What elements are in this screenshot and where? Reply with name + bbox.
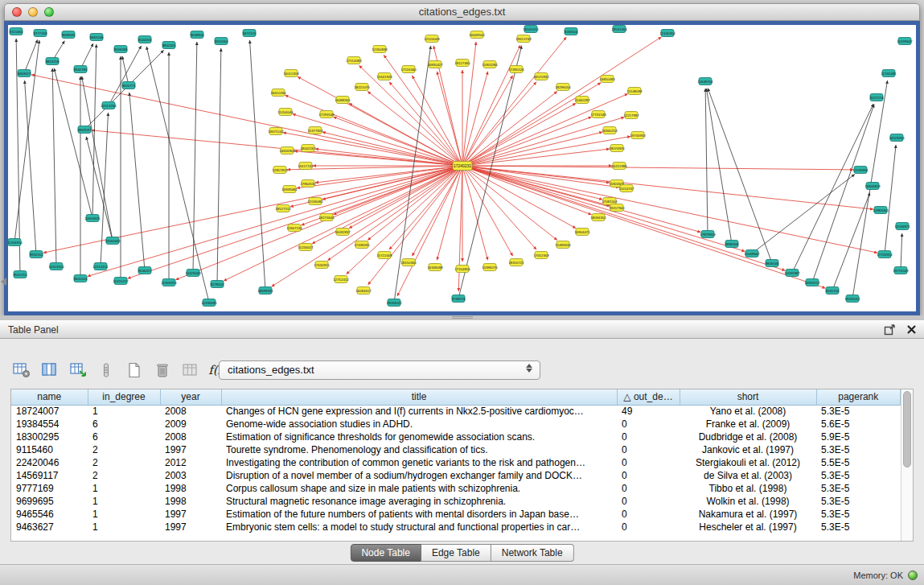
graph-node[interactable]: 10196695 bbox=[201, 299, 217, 307]
close-panel-icon[interactable] bbox=[906, 323, 918, 336]
graph-node[interactable]: 12745081 bbox=[881, 70, 897, 77]
column-header-name[interactable]: name bbox=[11, 389, 88, 405]
close-button[interactable] bbox=[12, 7, 22, 17]
graph-node[interactable]: 10983064 bbox=[873, 207, 889, 214]
graph-node[interactable]: 19157944 bbox=[609, 204, 625, 212]
delete-table-icon[interactable] bbox=[154, 362, 171, 378]
graph-node[interactable]: 20603625 bbox=[84, 215, 101, 222]
graph-edge[interactable] bbox=[462, 37, 566, 166]
graph-node[interactable]: 9853258 bbox=[46, 58, 60, 65]
table-row[interactable]: 911546021997Tourette syndrome. Phenomeno… bbox=[11, 443, 901, 456]
table-row[interactable]: 977716911998Corpus callosum shape and si… bbox=[11, 482, 901, 495]
graph-node[interactable]: 11595836 bbox=[853, 167, 869, 174]
graph-edge[interactable] bbox=[706, 89, 732, 244]
table-row[interactable]: 1872400712008Changes of HCN gene express… bbox=[11, 405, 901, 418]
graph-node[interactable]: 9465546 bbox=[90, 34, 104, 41]
graph-edge[interactable] bbox=[109, 46, 142, 105]
graph-node[interactable]: 12524049 bbox=[424, 35, 440, 43]
table-row[interactable]: 946362711997Embryonic stem cells: a mode… bbox=[11, 521, 901, 534]
graph-edge[interactable] bbox=[25, 80, 36, 254]
table-row[interactable]: 1938455462009Genome-wide association stu… bbox=[11, 418, 901, 431]
graph-edge[interactable] bbox=[84, 50, 164, 130]
graph-node[interactable]: 10553310 bbox=[48, 263, 64, 270]
graph-edge[interactable] bbox=[92, 44, 97, 218]
graph-node[interactable]: 9806546 bbox=[766, 260, 779, 267]
graph-node[interactable]: 23260663 bbox=[105, 237, 121, 245]
graph-node[interactable]: 11548098 bbox=[627, 88, 643, 95]
graph-edge[interactable] bbox=[293, 114, 462, 166]
graph-edge[interactable] bbox=[462, 166, 853, 170]
network-canvas[interactable]: 1724023116251986158246311708150418094352… bbox=[4, 21, 920, 315]
graph-node[interactable]: 9144203 bbox=[138, 36, 152, 43]
graph-node[interactable]: 17731548 bbox=[590, 111, 606, 118]
graph-node[interactable]: 17726914 bbox=[877, 251, 893, 258]
graph-edge[interactable] bbox=[54, 68, 92, 218]
graph-node[interactable]: 9245705 bbox=[826, 287, 840, 295]
graph-edge[interactable] bbox=[901, 233, 902, 270]
graph-edge[interactable] bbox=[792, 104, 873, 273]
tab-network-table[interactable]: Network Table bbox=[491, 544, 574, 562]
vertical-scrollbar[interactable] bbox=[901, 389, 913, 541]
graph-node[interactable]: 11014747 bbox=[619, 185, 634, 192]
graph-node[interactable]: 16939482 bbox=[281, 186, 298, 193]
graph-edge[interactable] bbox=[462, 37, 661, 166]
graph-node[interactable]: 16348098 bbox=[427, 264, 443, 271]
graph-node[interactable]: 18127465 bbox=[454, 60, 470, 67]
new-table-icon[interactable] bbox=[125, 362, 143, 378]
graph-edge[interactable] bbox=[224, 166, 462, 281]
graph-node[interactable]: 16806829 bbox=[864, 183, 881, 190]
zoom-button[interactable] bbox=[44, 7, 54, 17]
graph-node[interactable]: 16959217 bbox=[804, 279, 820, 286]
graph-node[interactable]: 22151151 bbox=[93, 263, 109, 270]
graph-edge[interactable] bbox=[129, 93, 145, 270]
graph-edge[interactable] bbox=[217, 48, 221, 284]
graph-node[interactable]: 18316721 bbox=[508, 259, 524, 266]
graph-node[interactable]: 16012458 bbox=[283, 70, 299, 77]
graph-node[interactable]: 18150364 bbox=[400, 259, 417, 266]
graph-node[interactable]: 9886306 bbox=[725, 241, 739, 248]
graph-node[interactable]: 15903284 bbox=[482, 61, 498, 68]
graph-node[interactable]: 19594522 bbox=[386, 299, 402, 307]
graph-edge[interactable] bbox=[462, 166, 700, 233]
graph-node[interactable]: 18042167 bbox=[300, 145, 316, 152]
graph-edge[interactable] bbox=[705, 89, 708, 234]
graph-node[interactable]: 15536082 bbox=[307, 198, 323, 205]
graph-node[interactable]: 12752412 bbox=[333, 276, 349, 283]
graph-edge[interactable] bbox=[52, 68, 56, 266]
graph-node[interactable]: 17390126 bbox=[508, 66, 524, 73]
graph-node[interactable]: 9620771 bbox=[122, 82, 136, 89]
graph-node[interactable]: 10429049 bbox=[185, 270, 201, 277]
scrollbar-thumb[interactable] bbox=[903, 391, 911, 468]
graph-node[interactable]: 18074926 bbox=[609, 145, 625, 152]
graph-node[interactable]: 9777169 bbox=[34, 30, 47, 37]
float-panel-icon[interactable] bbox=[884, 323, 896, 336]
graph-edge[interactable] bbox=[812, 105, 874, 282]
graph-node[interactable]: 18221076 bbox=[354, 84, 370, 91]
graph-node[interactable]: 10220227 bbox=[113, 278, 129, 285]
column-header-in_degree[interactable]: in_degree bbox=[88, 389, 160, 405]
graph-node[interactable]: 17438265 bbox=[354, 241, 370, 249]
graph-node[interactable]: 9501255 bbox=[14, 271, 27, 278]
graph-node[interactable]: 12034871 bbox=[894, 223, 910, 230]
column-header-pagerank[interactable]: pagerank bbox=[816, 389, 901, 405]
tab-edge-table[interactable]: Edge Table bbox=[421, 544, 491, 562]
graph-edge[interactable] bbox=[384, 55, 462, 166]
graph-hub-node[interactable]: 17240231 bbox=[453, 162, 472, 171]
column-header-title[interactable]: title bbox=[221, 389, 617, 405]
graph-node[interactable]: 9342783 bbox=[74, 66, 88, 73]
graph-edge[interactable] bbox=[462, 166, 873, 209]
graph-node[interactable]: 17514083 bbox=[346, 57, 362, 64]
graph-node[interactable]: 9556586 bbox=[114, 46, 128, 53]
graph-node[interactable]: 17864532 bbox=[300, 180, 316, 187]
graph-node[interactable]: 18273640 bbox=[318, 214, 335, 221]
column-chooser-icon[interactable] bbox=[41, 362, 59, 378]
table-row[interactable]: 1456911722003Disruption of a novel membe… bbox=[11, 469, 901, 482]
graph-edge[interactable] bbox=[832, 192, 870, 290]
graph-node[interactable]: 16117743 bbox=[298, 163, 314, 170]
tab-node-table[interactable]: Node Table bbox=[350, 544, 421, 562]
table-row[interactable]: 969969511998Structural magnetic resonanc… bbox=[11, 495, 901, 508]
graph-edge[interactable] bbox=[24, 39, 38, 73]
graph-node[interactable]: 19734933 bbox=[630, 132, 646, 139]
column-header-short[interactable]: short bbox=[680, 389, 816, 405]
graph-node[interactable]: 15998276 bbox=[482, 264, 498, 271]
